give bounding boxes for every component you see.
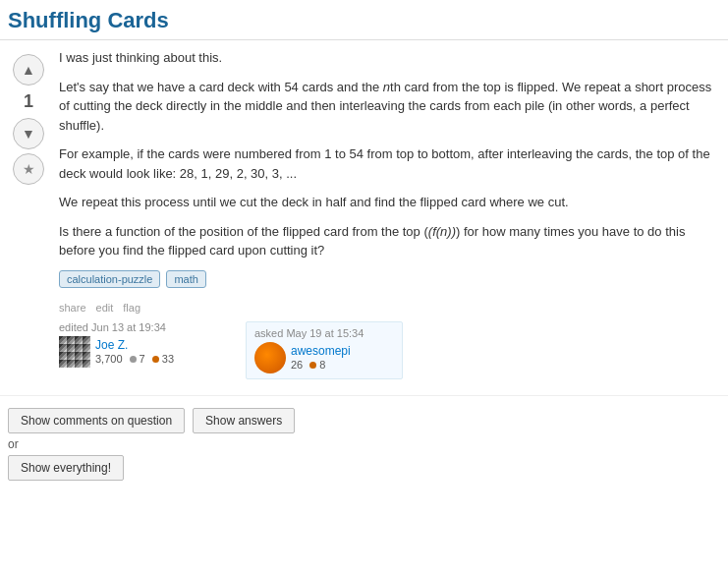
flag-link[interactable]: flag — [123, 302, 140, 314]
asked-user-card: asked May 19 at 15:34 awesomepi 26 8 — [246, 321, 403, 379]
button-row-1: Show comments on question Show answers — [8, 408, 720, 433]
page-title: Shuffling Cards — [0, 0, 728, 40]
question-line3: For example, if the cards were numbered … — [59, 144, 720, 183]
question-line1: I was just thinking about this. — [59, 48, 720, 68]
tag-calculation-puzzle[interactable]: calculation-puzzle — [59, 270, 160, 288]
edited-username[interactable]: Joe Z. — [95, 338, 174, 352]
show-answers-button[interactable]: Show answers — [193, 408, 295, 433]
user-info-section: edited Jun 13 at 19:34 Joe Z. 3,700 7 — [59, 321, 720, 379]
tags-row: calculation-puzzle math — [59, 270, 720, 288]
question-line5: Is there a function of the position of t… — [59, 222, 720, 260]
or-text: or — [8, 437, 720, 451]
asked-avatar — [254, 342, 286, 373]
tag-math[interactable]: math — [166, 270, 205, 288]
favorite-button[interactable]: ★ — [13, 153, 44, 185]
button-row-2: Show everything! — [8, 455, 720, 481]
edit-link[interactable]: edit — [96, 302, 114, 314]
asked-username[interactable]: awesomepi — [291, 344, 351, 358]
bronze-dot — [152, 356, 159, 363]
asked-bronze-dot — [309, 362, 316, 369]
vote-count: 1 — [24, 91, 33, 112]
downvote-button[interactable]: ▼ — [13, 118, 44, 149]
show-comments-button[interactable]: Show comments on question — [8, 408, 185, 433]
edited-user-card: edited Jun 13 at 19:34 Joe Z. 3,700 7 — [59, 321, 216, 379]
share-link[interactable]: share — [59, 302, 86, 314]
edited-label: edited Jun 13 at 19:34 — [59, 321, 216, 333]
question-line2: Let's say that we have a card deck with … — [59, 78, 720, 136]
action-links: share edit flag — [59, 302, 720, 314]
upvote-button[interactable]: ▲ — [13, 54, 44, 86]
bottom-section: Show comments on question Show answers o… — [0, 395, 728, 492]
show-everything-button[interactable]: Show everything! — [8, 455, 124, 481]
edited-avatar — [59, 336, 90, 368]
asked-label: asked May 19 at 15:34 — [254, 327, 394, 339]
silver-dot — [130, 356, 137, 363]
asked-rep: 26 8 — [291, 359, 351, 371]
edited-rep: 3,700 7 33 — [95, 353, 174, 365]
question-line4: We repeat this process until we cut the … — [59, 193, 720, 212]
question-body: I was just thinking about this. Let's sa… — [53, 48, 720, 387]
vote-column: ▲ 1 ▼ ★ — [4, 48, 53, 387]
